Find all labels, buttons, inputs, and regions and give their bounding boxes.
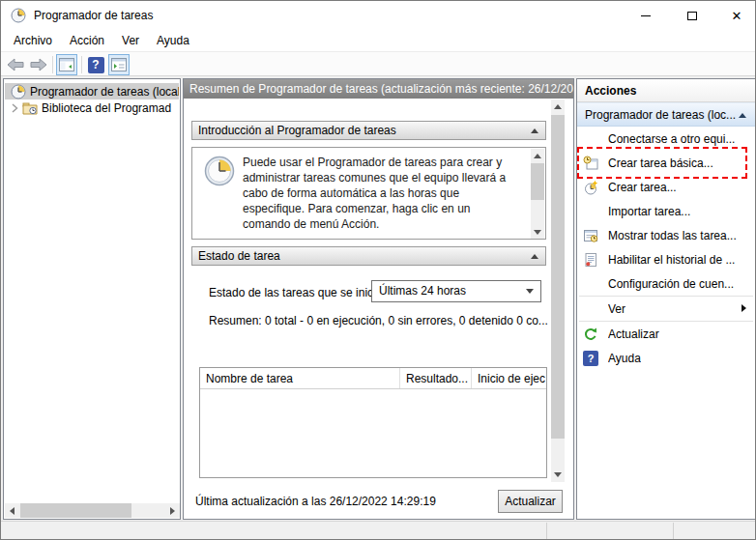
help-icon: ? — [88, 57, 104, 73]
menu-accion[interactable]: Acción — [61, 30, 113, 51]
action-label: Importar tarea... — [608, 205, 690, 218]
triangle-left-icon — [10, 507, 15, 515]
table-header-row: Nombre de tarea Resultado... Inicio de e… — [200, 368, 546, 389]
triangle-right-icon — [170, 507, 175, 515]
scroll-left-button[interactable] — [5, 503, 19, 518]
last-update-text: Última actualización a las 26/12/2022 14… — [195, 490, 436, 514]
forward-button[interactable] — [28, 54, 49, 75]
intro-scrollbar[interactable] — [531, 149, 544, 239]
time-range-dropdown[interactable]: Últimas 24 horas — [371, 280, 541, 302]
chevron-right-icon[interactable] — [9, 102, 20, 114]
toolbar-separator — [52, 56, 53, 73]
action-show-all-running-tasks[interactable]: Mostrar todas las tarea... — [577, 223, 755, 247]
title-bar: Programador de tareas ✕ — [1, 1, 755, 30]
action-label: Configuración de cuen... — [608, 277, 734, 291]
scroll-up-button[interactable] — [551, 99, 565, 114]
intro-text: Puede usar el Programador de tareas para… — [243, 155, 515, 232]
menu-ver[interactable]: Ver — [113, 30, 148, 51]
actions-group-header[interactable]: Programador de tareas (loc... — [577, 102, 755, 127]
action-at-service-account-configuration[interactable]: Configuración de cuen... — [577, 271, 755, 296]
toolbar: ? — [1, 51, 755, 76]
maximize-button[interactable] — [676, 1, 709, 30]
tree-item-label: Programador de tareas (local) — [30, 85, 179, 99]
actions-title: Acciones — [577, 79, 755, 102]
action-view[interactable]: Ver — [577, 297, 755, 321]
status-summary-line: Resumen: 0 total - 0 en ejecución, 0 sin… — [209, 314, 548, 327]
scroll-down-button[interactable] — [551, 468, 565, 482]
collapse-arrow-icon[interactable] — [531, 128, 538, 133]
collapse-arrow-icon[interactable] — [531, 254, 538, 259]
action-label: Mostrar todas las tarea... — [608, 229, 737, 242]
triangle-up-icon — [534, 154, 541, 158]
back-button[interactable] — [5, 54, 26, 75]
tree-item-label: Biblioteca del Programad — [42, 101, 171, 115]
intro-box: Puede usar el Programador de tareas para… — [191, 147, 546, 240]
help-toolbar-button[interactable]: ? — [85, 54, 106, 75]
scroll-down-button[interactable] — [531, 225, 544, 239]
menu-archivo[interactable]: Archivo — [5, 30, 61, 51]
help-icon: ? — [583, 351, 598, 366]
refresh-icon — [583, 327, 598, 342]
create-basic-task-icon — [583, 156, 598, 171]
status-bar — [1, 521, 755, 540]
library-folder-icon — [22, 100, 38, 116]
action-label: Conectarse a otro equi... — [608, 132, 735, 146]
collapse-arrow-icon[interactable] — [739, 113, 746, 118]
maximize-icon — [687, 12, 697, 20]
chevron-down-icon — [526, 289, 534, 294]
running-tasks-icon — [583, 228, 598, 243]
action-import-task[interactable]: Importar tarea... — [577, 199, 755, 223]
action-label: Ayuda — [608, 352, 641, 365]
close-button[interactable]: ✕ — [720, 1, 753, 30]
action-enable-task-history[interactable]: Habilitar el historial de ... — [577, 247, 755, 271]
intro-section-header[interactable]: Introducción al Programador de tareas — [191, 121, 546, 140]
task-status-table: Nombre de tarea Resultado... Inicio de e… — [199, 367, 547, 478]
statusbar-divider — [546, 523, 547, 540]
back-arrow-icon — [6, 57, 25, 72]
clock-illustration-icon — [204, 156, 235, 186]
column-header-task-name[interactable]: Nombre de tarea — [200, 368, 400, 388]
scrollbar-thumb[interactable] — [551, 115, 565, 439]
action-pane-icon — [111, 57, 127, 72]
action-connect-to-another-computer[interactable]: Conectarse a otro equi... — [577, 127, 755, 151]
action-refresh[interactable]: Actualizar — [577, 322, 755, 346]
window-title: Programador de tareas — [34, 1, 153, 30]
clock-icon — [11, 84, 26, 99]
console-tree-icon — [59, 57, 74, 72]
column-header-run-start[interactable]: Inicio de ejec — [472, 368, 546, 388]
action-label: Ver — [608, 302, 625, 316]
scroll-right-button[interactable] — [165, 503, 180, 518]
toolbar-separator — [81, 56, 82, 73]
scroll-up-button[interactable] — [531, 149, 544, 162]
action-label: Crear tarea básica... — [608, 156, 713, 170]
show-action-pane-button[interactable] — [108, 54, 130, 75]
task-status-title: Estado de tarea — [198, 249, 280, 263]
tree-item-task-scheduler-library[interactable]: Biblioteca del Programad — [5, 99, 179, 116]
refresh-button[interactable]: Actualizar — [498, 490, 563, 513]
summary-scrollbar[interactable] — [551, 99, 565, 482]
tree-horizontal-scrollbar[interactable] — [5, 503, 180, 518]
action-help[interactable]: ? Ayuda — [577, 346, 755, 370]
create-task-icon — [583, 180, 598, 195]
console-tree-panel: Programador de tareas (local) Biblioteca… — [3, 78, 181, 520]
scrollbar-thumb[interactable] — [531, 163, 544, 200]
intro-section-title: Introducción al Programador de tareas — [198, 124, 396, 137]
action-label: Actualizar — [608, 327, 659, 341]
summary-panel: Resumen de Programador de tareas (actual… — [183, 78, 574, 520]
tree-item-task-scheduler-root[interactable]: Programador de tareas (local) — [5, 83, 179, 99]
menu-bar: Archivo Acción Ver Ayuda — [1, 30, 755, 51]
scrollbar-thumb[interactable] — [20, 503, 131, 518]
triangle-down-icon — [534, 230, 541, 235]
action-create-basic-task[interactable]: Crear tarea básica... — [577, 151, 755, 175]
submenu-arrow-icon — [741, 304, 746, 312]
show-console-tree-button[interactable] — [56, 54, 77, 75]
menu-ayuda[interactable]: Ayuda — [148, 30, 198, 51]
action-create-task[interactable]: Crear tarea... — [577, 175, 755, 199]
clock-app-icon — [11, 8, 26, 23]
minimize-button[interactable] — [629, 1, 662, 30]
minimize-icon — [641, 15, 651, 16]
task-scheduler-window: Programador de tareas ✕ Archivo Acción V… — [0, 0, 756, 540]
action-label: Habilitar el historial de ... — [608, 253, 735, 267]
task-status-section-header[interactable]: Estado de tarea — [191, 246, 546, 266]
column-header-result[interactable]: Resultado... — [400, 368, 472, 388]
